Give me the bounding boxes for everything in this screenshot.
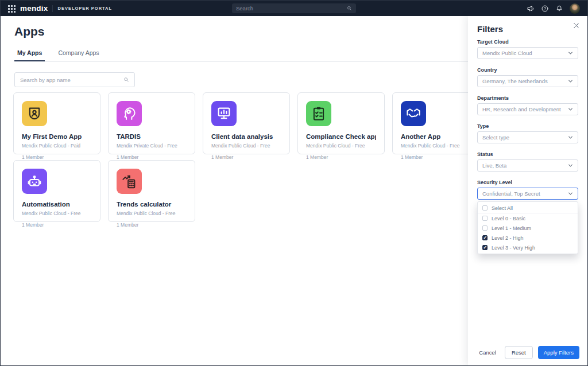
filter-select[interactable]: Confidential, Top Secret — [477, 188, 578, 200]
app-members-label: 1 Member — [117, 154, 187, 160]
filter-field-target-cloud: Target Cloud Mendix Public Cloud — [477, 39, 578, 59]
chevron-down-icon — [568, 107, 573, 112]
filter-field-label: Type — [477, 123, 578, 129]
app-window: mendix DEVELOPER PORTAL Apps My AppsComp… — [0, 0, 588, 366]
dropdown-option[interactable]: Level 3 - Very High — [478, 243, 578, 252]
filter-select[interactable]: HR, Research and Development — [477, 103, 578, 115]
tab-company-apps[interactable]: Company Apps — [55, 47, 102, 61]
global-search[interactable] — [232, 3, 356, 13]
badge-user-icon — [22, 101, 47, 126]
filter-field-security-level: Security Level Confidential, Top Secret … — [477, 180, 578, 200]
calculator-trend-icon — [117, 169, 142, 194]
app-members-label: 1 Member — [211, 154, 281, 160]
dropdown-option-label: Level 3 - Very High — [492, 245, 535, 251]
filters-panel: Filters Target Cloud Mendix Public Cloud… — [468, 16, 587, 365]
filter-select[interactable]: Live, Beta — [477, 159, 578, 172]
dropdown-option[interactable]: Level 1 - Medium — [478, 223, 578, 233]
head-gear-icon — [117, 101, 142, 126]
global-search-input[interactable] — [236, 5, 347, 11]
portal-label: DEVELOPER PORTAL — [57, 6, 112, 11]
filter-field-label: Status — [477, 151, 578, 157]
chevron-down-icon — [568, 163, 573, 168]
app-card[interactable]: Automatisation Mendix Public Cloud - Fre… — [13, 160, 100, 222]
checkbox-icon[interactable] — [482, 205, 488, 211]
app-name: Compliance Check app — [306, 133, 376, 140]
help-icon[interactable] — [541, 5, 549, 13]
app-cloud-label: Mendix Public Cloud - Free — [306, 143, 376, 149]
filter-field-label: Departments — [477, 95, 578, 101]
monitor-chart-icon — [211, 101, 237, 126]
app-members-label: 1 Member — [117, 222, 187, 228]
dropdown-option[interactable]: Level 2 - High — [478, 233, 578, 243]
app-card[interactable]: Trends calculator Mendix Public Cloud - … — [108, 160, 195, 222]
app-members-label: 1 Member — [22, 222, 92, 228]
dropdown-option-label: Level 0 - Basic — [492, 216, 525, 221]
checkbox-icon[interactable] — [482, 235, 488, 240]
filters-title: Filters — [477, 24, 578, 34]
app-cloud-label: Mendix Public Cloud - Free — [117, 211, 187, 216]
filter-select-value: Confidential, Top Secret — [482, 190, 568, 197]
filters-footer: Cancel Reset Apply Filters — [475, 346, 579, 359]
apply-filters-button[interactable]: Apply Filters — [538, 346, 579, 359]
app-name: Another App — [401, 133, 471, 140]
app-cloud-label: Mendix Public Cloud - Free — [401, 143, 471, 149]
app-card[interactable]: Compliance Check app Mendix Public Cloud… — [297, 92, 385, 154]
app-search[interactable] — [14, 72, 135, 87]
filter-field-departments: Departments HR, Research and Development — [477, 95, 578, 115]
security-level-dropdown: Select All Level 0 - Basic Level 1 - Med… — [477, 201, 578, 254]
mendix-logo[interactable]: mendix — [20, 4, 48, 13]
search-icon — [347, 6, 352, 11]
filter-field-label: Country — [477, 67, 578, 73]
app-members-label: 1 Member — [306, 154, 376, 160]
megaphone-icon[interactable] — [527, 5, 535, 13]
filter-field-label: Security Level — [477, 180, 578, 185]
chevron-down-icon — [568, 79, 573, 84]
dropdown-option[interactable]: Select All — [478, 203, 578, 213]
search-icon — [123, 77, 129, 83]
dropdown-option-label: Level 2 - High — [492, 235, 524, 241]
checkbox-icon[interactable] — [482, 216, 488, 221]
filter-fields: Target Cloud Mendix Public Cloud Country… — [477, 39, 578, 200]
tab-my-apps[interactable]: My Apps — [14, 47, 45, 61]
handshake-icon — [401, 101, 426, 126]
waffle-menu-icon[interactable] — [8, 5, 16, 12]
checkbox-icon[interactable] — [482, 245, 488, 250]
reset-button[interactable]: Reset — [505, 346, 533, 359]
app-name: My First Demo App — [22, 133, 92, 140]
cancel-button[interactable]: Cancel — [475, 347, 500, 358]
dropdown-option[interactable]: Level 0 - Basic — [478, 213, 578, 223]
checkbox-icon[interactable] — [482, 225, 488, 231]
dropdown-option-label: Level 1 - Medium — [492, 225, 531, 231]
app-card[interactable]: TARDIS Mendix Private Cloud - Free 1 Mem… — [108, 92, 195, 154]
filter-select-value: HR, Research and Development — [482, 106, 568, 112]
topbar-brand-group: mendix DEVELOPER PORTAL — [1, 4, 112, 13]
app-members-label: 1 Member — [22, 154, 92, 160]
chevron-down-icon — [568, 50, 573, 56]
chevron-down-icon — [568, 191, 573, 196]
app-search-input[interactable] — [20, 77, 123, 83]
app-card[interactable]: My First Demo App Mendix Public Cloud - … — [13, 92, 100, 154]
filter-select[interactable]: Germany, The Netherlands — [477, 75, 578, 87]
filter-field-status: Status Live, Beta — [477, 151, 578, 172]
app-name: Automatisation — [22, 201, 92, 208]
filter-select-value: Live, Beta — [482, 162, 568, 169]
app-name: TARDIS — [117, 133, 187, 140]
user-avatar[interactable] — [570, 3, 580, 14]
app-cloud-label: Mendix Public Cloud - Free — [22, 211, 92, 216]
app-members-label: 1 Member — [401, 154, 471, 160]
filter-field-type: Type Select type — [477, 123, 578, 143]
app-card[interactable]: Another App Mendix Public Cloud - Free 1… — [392, 92, 479, 154]
app-cloud-label: Mendix Private Cloud - Free — [117, 143, 187, 149]
filter-select[interactable]: Mendix Public Cloud — [477, 47, 578, 59]
app-cloud-label: Mendix Public Cloud - Paid — [22, 143, 92, 149]
filter-select[interactable]: Select type — [477, 131, 578, 143]
topbar-divider — [52, 5, 53, 12]
filter-select-value: Germany, The Netherlands — [482, 78, 568, 84]
app-cloud-label: Mendix Public Cloud - Free — [211, 143, 281, 149]
app-card[interactable]: Client data analysis Mendix Public Cloud… — [203, 92, 290, 154]
app-name: Trends calculator — [117, 201, 187, 208]
close-icon[interactable] — [572, 22, 580, 29]
robot-icon — [22, 169, 47, 194]
checklist-icon — [306, 101, 331, 126]
notifications-icon[interactable] — [555, 5, 563, 13]
